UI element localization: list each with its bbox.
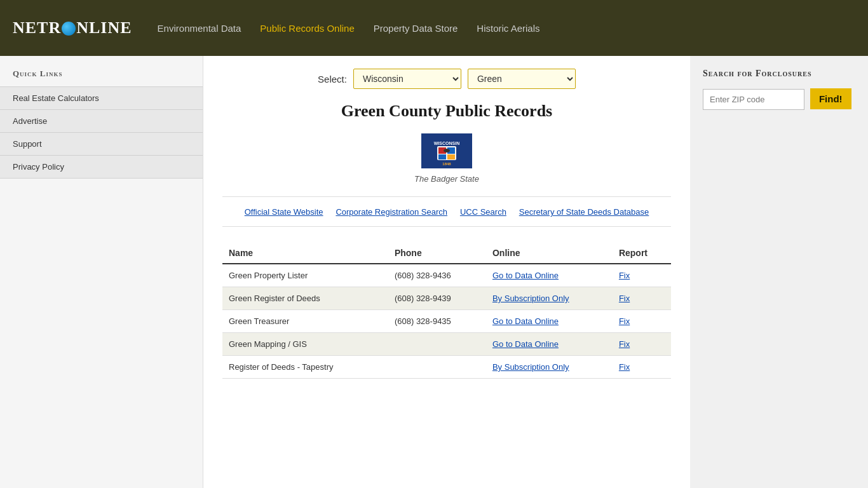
table-row: Green Property Lister(608) 328-9436Go to… (222, 264, 671, 287)
record-phone: (608) 328-9435 (388, 310, 486, 333)
table-row: Green Mapping / GISGo to Data OnlineFix (222, 333, 671, 356)
corporate-registration-link[interactable]: Corporate Registration Search (336, 207, 447, 217)
record-name: Green Property Lister (222, 264, 388, 287)
record-phone (388, 333, 486, 356)
record-online: By Subscription Only (486, 356, 613, 379)
online-link[interactable]: Go to Data Online (492, 339, 606, 349)
record-online: By Subscription Only (486, 287, 613, 310)
record-phone: (608) 328-9436 (388, 264, 486, 287)
table-row: Green Register of Deeds(608) 328-9439By … (222, 287, 671, 310)
secretary-deeds-link[interactable]: Secretary of State Deeds Database (519, 207, 649, 217)
table-row: Green Treasurer(608) 328-9435Go to Data … (222, 310, 671, 333)
header: NETRNLINE Environmental Data Public Reco… (0, 0, 868, 56)
svg-point-8 (444, 149, 450, 152)
record-report: Fix (613, 356, 671, 379)
select-label: Select: (318, 74, 347, 85)
ucc-search-link[interactable]: UCC Search (460, 207, 506, 217)
find-button[interactable]: Find! (810, 88, 851, 109)
globe-icon (62, 22, 76, 36)
online-link[interactable]: Go to Data Online (492, 316, 606, 326)
sidebar-item-support[interactable]: Support (0, 132, 203, 155)
fix-link[interactable]: Fix (619, 271, 665, 280)
main-layout: Quick Links Real Estate Calculators Adve… (0, 56, 868, 488)
sidebar: Quick Links Real Estate Calculators Adve… (0, 56, 203, 488)
record-name: Green Treasurer (222, 310, 388, 333)
record-online: Go to Data Online (486, 333, 613, 356)
svg-text:1848: 1848 (442, 162, 451, 166)
record-report: Fix (613, 310, 671, 333)
fix-link[interactable]: Fix (619, 294, 665, 303)
nav-public-records-online[interactable]: Public Records Online (260, 23, 354, 34)
fix-link[interactable]: Fix (619, 362, 665, 372)
zip-input[interactable] (703, 89, 804, 110)
state-links: Official State Website Corporate Registr… (222, 196, 671, 227)
foreclosure-search-area: Find! (703, 88, 855, 110)
col-name: Name (222, 243, 388, 264)
col-online: Online (486, 243, 613, 264)
svg-rect-6 (438, 154, 446, 159)
quick-links-title: Quick Links (0, 69, 203, 86)
record-phone (388, 356, 486, 379)
state-flag: WISCONSIN 1848 (421, 133, 472, 168)
record-name: Green Register of Deeds (222, 287, 388, 310)
county-select[interactable]: Green (468, 69, 576, 89)
records-tbody: Green Property Lister(608) 328-9436Go to… (222, 264, 671, 379)
online-link[interactable]: By Subscription Only (492, 362, 606, 372)
record-report: Fix (613, 333, 671, 356)
sidebar-item-advertise[interactable]: Advertise (0, 109, 203, 132)
fix-link[interactable]: Fix (619, 339, 665, 349)
nav-historic-aerials[interactable]: Historic Aerials (477, 23, 539, 34)
sidebar-item-privacy[interactable]: Privacy Policy (0, 155, 203, 179)
flag-caption: The Badger State (222, 174, 671, 184)
main-content: Select: Wisconsin Green Green County Pub… (203, 56, 690, 488)
right-panel: Search for Forclosures Find! (690, 56, 868, 488)
record-report: Fix (613, 264, 671, 287)
navigation: Environmental Data Public Records Online… (158, 23, 540, 34)
state-select[interactable]: Wisconsin (353, 69, 461, 89)
online-link[interactable]: Go to Data Online (492, 271, 606, 280)
fix-link[interactable]: Fix (619, 316, 665, 326)
logo[interactable]: NETRNLINE (13, 18, 132, 37)
svg-text:WISCONSIN: WISCONSIN (434, 141, 459, 146)
county-title: Green County Public Records (222, 102, 671, 121)
record-report: Fix (613, 287, 671, 310)
record-name: Register of Deeds - Tapestry (222, 356, 388, 379)
records-table: Name Phone Online Report Green Property … (222, 243, 671, 379)
record-online: Go to Data Online (486, 310, 613, 333)
col-report: Report (613, 243, 671, 264)
svg-rect-7 (447, 154, 455, 159)
record-online: Go to Data Online (486, 264, 613, 287)
nav-property-data-store[interactable]: Property Data Store (374, 23, 458, 34)
flag-section: WISCONSIN 1848 The Badger State (222, 133, 671, 184)
nav-environmental-data[interactable]: Environmental Data (158, 23, 241, 34)
online-link[interactable]: By Subscription Only (492, 294, 606, 303)
foreclosure-title: Search for Forclosures (703, 69, 855, 79)
record-phone: (608) 328-9439 (388, 287, 486, 310)
logo-area: NETRNLINE (13, 18, 132, 37)
record-name: Green Mapping / GIS (222, 333, 388, 356)
sidebar-item-real-estate[interactable]: Real Estate Calculators (0, 86, 203, 109)
select-row: Select: Wisconsin Green (222, 69, 671, 89)
col-phone: Phone (388, 243, 486, 264)
official-state-website-link[interactable]: Official State Website (245, 207, 323, 217)
table-row: Register of Deeds - TapestryBy Subscript… (222, 356, 671, 379)
